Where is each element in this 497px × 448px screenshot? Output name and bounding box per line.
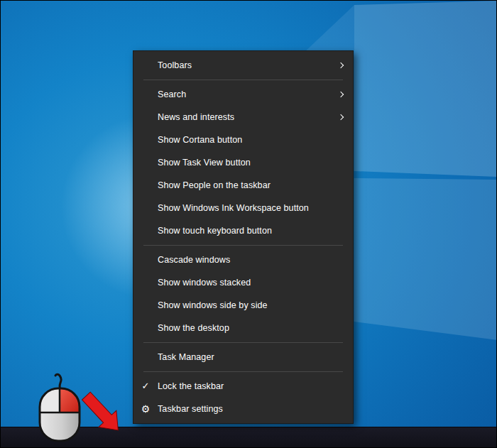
menu-item-cascade-windows[interactable]: Cascade windows — [133, 248, 353, 271]
menu-item-search[interactable]: Search — [133, 83, 353, 106]
menu-separator — [143, 371, 343, 372]
taskbar-context-menu: Toolbars Search News and interests Show … — [133, 50, 354, 424]
menu-item-show-cortana-button[interactable]: Show Cortana button — [133, 129, 353, 151]
menu-item-task-manager[interactable]: Task Manager — [133, 346, 353, 368]
menu-separator — [143, 80, 343, 80]
menu-item-toolbars[interactable]: Toolbars — [133, 54, 353, 77]
menu-item-label: Task Manager — [158, 352, 347, 362]
menu-item-show-touch-keyboard-button[interactable]: Show touch keyboard button — [133, 219, 353, 242]
menu-item-label: Show Windows Ink Workspace button — [158, 203, 347, 213]
menu-separator — [143, 245, 343, 246]
menu-item-lock-the-taskbar[interactable]: ✓ Lock the taskbar — [133, 375, 353, 398]
menu-item-label: Show the desktop — [158, 323, 347, 333]
menu-item-label: Show touch keyboard button — [158, 226, 347, 236]
chevron-right-icon — [336, 63, 347, 67]
menu-item-label: Taskbar settings — [158, 404, 347, 414]
chevron-right-icon — [336, 115, 347, 119]
menu-item-label: Show Task View button — [158, 158, 347, 168]
menu-item-label: Show windows side by side — [158, 300, 347, 310]
menu-item-label: Cascade windows — [158, 255, 347, 265]
menu-item-label: Lock the taskbar — [158, 381, 347, 391]
menu-item-label: Show windows stacked — [158, 278, 347, 288]
menu-item-show-windows-side-by-side[interactable]: Show windows side by side — [133, 294, 353, 317]
menu-item-show-task-view-button[interactable]: Show Task View button — [133, 151, 353, 174]
menu-item-label: Show People on the taskbar — [158, 180, 347, 190]
desktop[interactable]: Toolbars Search News and interests Show … — [0, 0, 497, 448]
menu-item-label: News and interests — [158, 112, 336, 122]
menu-item-label: Search — [158, 89, 336, 99]
menu-separator — [143, 342, 343, 343]
menu-item-show-people-on-the-taskbar[interactable]: Show People on the taskbar — [133, 174, 353, 197]
check-icon: ✓ — [133, 375, 158, 398]
menu-item-taskbar-settings[interactable]: ⚙ Taskbar settings — [133, 398, 353, 420]
menu-item-show-windows-ink-workspace-button[interactable]: Show Windows Ink Workspace button — [133, 197, 353, 219]
menu-item-show-windows-stacked[interactable]: Show windows stacked — [133, 271, 353, 294]
menu-item-news-and-interests[interactable]: News and interests — [133, 106, 353, 129]
menu-item-label: Toolbars — [158, 60, 336, 70]
menu-item-show-the-desktop[interactable]: Show the desktop — [133, 317, 353, 339]
gear-icon: ⚙ — [133, 398, 158, 420]
taskbar[interactable] — [1, 427, 496, 447]
chevron-right-icon — [336, 92, 347, 97]
menu-item-label: Show Cortana button — [158, 135, 347, 145]
